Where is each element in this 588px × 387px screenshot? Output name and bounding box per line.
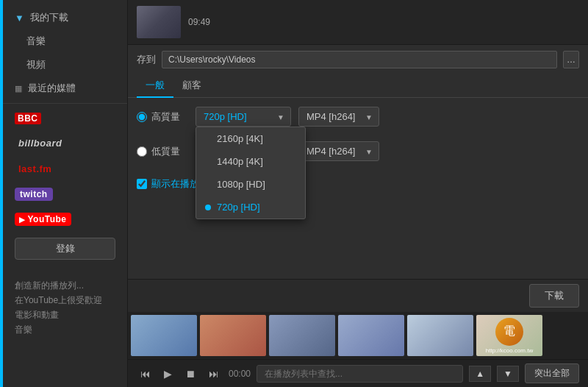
sidebar-separator [3, 103, 127, 104]
sidebar-item-music[interactable]: 音樂 [3, 29, 127, 53]
player-bar: ⏮ ▶ ⏹ ⏭ 00:00 ▲ ▼ 突出全部 [128, 359, 588, 387]
sidebar-item-youtube[interactable]: ▶ YouTube [3, 207, 127, 232]
bottom-text-3: 電影和動畫 [15, 308, 115, 322]
player-time: 00:00 [229, 369, 251, 379]
format-label-2: MP4 [h264] [306, 146, 356, 157]
stop-button[interactable]: ⏹ [182, 366, 199, 381]
save-row: 存到 … [128, 45, 588, 74]
play-button[interactable]: ▶ [160, 366, 176, 381]
option-dot-empty-3 [205, 182, 211, 188]
quality-option-1440p-label: 1440p [4K] [217, 156, 263, 167]
billboard-badge: billboard [15, 136, 65, 150]
search-down-button[interactable]: ▼ [497, 366, 519, 382]
youtube-badge: ▶ YouTube [15, 213, 71, 226]
quality-option-2160p-label: 2160p [4K] [217, 133, 263, 144]
sidebar-item-recent-media[interactable]: ▦ 最近的媒體 [3, 77, 127, 100]
sidebar-item-twitch[interactable]: twitch [3, 182, 127, 207]
twitch-badge: twitch [15, 188, 53, 201]
thumb-item-watermark: 電 http://kcoo.com.tw [476, 315, 542, 356]
sidebar-item-downloads[interactable]: ▼ 我的下載 [3, 6, 127, 29]
format-label-1: MP4 [h264] [306, 111, 356, 122]
thumb-item-4 [338, 315, 404, 356]
sidebar-bottom-text: 創造新的播放列... 在YouTube上很受歡迎 電影和動畫 音樂 [3, 271, 127, 345]
save-label: 存到 [137, 53, 156, 66]
high-quality-radio[interactable] [137, 112, 147, 122]
action-row: 下載 [128, 279, 588, 312]
sidebar-music-label: 音樂 [26, 35, 46, 48]
youtube-label: YouTube [28, 214, 67, 224]
bottom-text-2: 在YouTube上很受歡迎 [15, 294, 115, 307]
settings-area: 高質量 720p [HD] 2160p [4K] [128, 98, 588, 279]
quality-option-1080p[interactable]: 1080p [HD] [196, 173, 305, 196]
option-dot-empty-1 [205, 136, 211, 142]
option-dot-selected [205, 205, 211, 210]
bbc-badge: BBC [15, 113, 41, 124]
browse-button[interactable]: … [563, 51, 579, 68]
register-section: 登錄 [15, 238, 115, 260]
quality-option-720p-label: 720p [HD] [217, 202, 260, 213]
high-quality-radio-label[interactable]: 高質量 [137, 110, 188, 124]
search-up-button[interactable]: ▲ [469, 366, 491, 382]
option-dot-empty-2 [205, 159, 211, 165]
thumb-item-5 [407, 315, 473, 356]
quality-dropdown-button[interactable]: 720p [HD] [196, 107, 291, 127]
watermark-text: http://kcoo.com.tw [486, 347, 533, 354]
format-dropdown-button-2[interactable]: MP4 [h264] [298, 141, 379, 161]
thumb-item-3 [269, 315, 335, 356]
sidebar-item-video[interactable]: 視頻 [3, 53, 127, 77]
next-button[interactable]: ⏭ [205, 366, 223, 381]
sidebar-recent-media-label: 最近的媒體 [28, 82, 76, 95]
quality-option-720p[interactable]: 720p [HD] [196, 196, 305, 219]
playlist-checkbox[interactable] [137, 179, 147, 189]
quality-dropdown-menu: 2160p [4K] 1440p [4K] 1080p [HD] 72 [196, 127, 306, 219]
thumb-item-1 [131, 315, 197, 356]
quality-dropdown-wrapper: 720p [HD] 2160p [4K] 1440p [4K] [196, 107, 291, 127]
high-quality-row: 高質量 720p [HD] 2160p [4K] [137, 107, 579, 127]
recent-media-icon: ▦ [15, 84, 22, 93]
tabs-row: 一般 顧客 [128, 74, 588, 98]
sidebar-item-bbc[interactable]: BBC [3, 107, 127, 130]
video-thumb-image [137, 6, 181, 38]
thumb-item-2 [200, 315, 266, 356]
register-button[interactable]: 登錄 [15, 238, 115, 260]
thumbnail-strip: 電 http://kcoo.com.tw [128, 312, 588, 359]
download-arrow-icon: ▼ [15, 13, 24, 24]
bottom-text-4: 音樂 [15, 323, 115, 336]
low-quality-label: 低質量 [151, 145, 180, 158]
tab-customer-label: 顧客 [182, 79, 201, 90]
video-info: 09:49 [188, 17, 579, 27]
main-content: 09:49 存到 … 一般 顧客 高質量 [128, 0, 588, 387]
quality-option-1440p[interactable]: 1440p [4K] [196, 150, 305, 173]
sidebar-downloads-label: 我的下載 [30, 11, 68, 24]
sidebar: ▼ 我的下載 音樂 視頻 ▦ 最近的媒體 BBC b [3, 0, 128, 387]
video-thumbnail [137, 6, 181, 38]
tab-general-label: 一般 [146, 79, 165, 90]
prev-button[interactable]: ⏮ [137, 366, 154, 381]
format-dropdown-button-1[interactable]: MP4 [h264] [298, 107, 379, 127]
player-search-input[interactable] [257, 365, 463, 383]
sidebar-item-billboard[interactable]: billboard [3, 130, 127, 156]
low-quality-radio-label[interactable]: 低質量 [137, 145, 188, 158]
tab-general[interactable]: 一般 [137, 74, 173, 98]
video-strip: 09:49 [128, 0, 588, 45]
high-quality-label: 高質量 [151, 110, 180, 124]
sidebar-item-lastfm[interactable]: last.fm [3, 156, 127, 182]
quality-selected-label: 720p [HD] [204, 111, 247, 122]
tab-customer[interactable]: 顧客 [173, 74, 210, 98]
video-duration: 09:49 [188, 17, 579, 27]
lastfm-badge: last.fm [15, 162, 55, 176]
sidebar-video-label: 視頻 [26, 58, 46, 71]
highlight-button[interactable]: 突出全部 [525, 363, 579, 383]
quality-option-1080p-label: 1080p [HD] [217, 179, 265, 190]
youtube-play-icon: ▶ [19, 216, 26, 224]
save-path-input[interactable] [162, 51, 557, 68]
download-button[interactable]: 下載 [529, 284, 579, 308]
bottom-text-1: 創造新的播放列... [15, 279, 115, 292]
watermark-logo: 電 [495, 318, 523, 346]
low-quality-radio[interactable] [137, 146, 147, 157]
quality-option-2160p[interactable]: 2160p [4K] [196, 127, 305, 150]
